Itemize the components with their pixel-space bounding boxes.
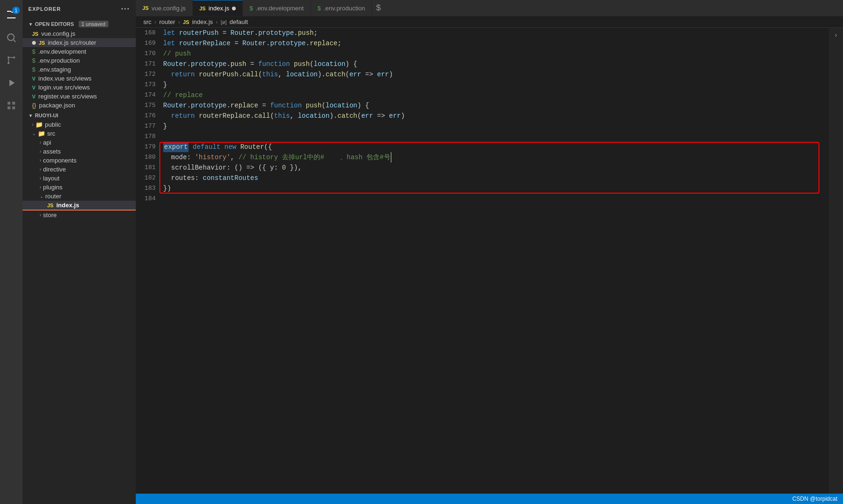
js-icon: JS [32, 31, 38, 37]
breadcrumb-file[interactable]: index.js [192, 18, 213, 25]
code-line-175: Router.prototype.replace = function push… [163, 100, 829, 111]
breadcrumb-src[interactable]: src [143, 18, 151, 25]
code-line-176: return routerReplace.call(this, location… [163, 111, 829, 121]
tree-components[interactable]: › components [23, 156, 136, 165]
tree-chevron: › [40, 185, 41, 190]
ruoyi-label: RUOYI-UI [35, 113, 58, 118]
file-name: index.vue src/views [38, 75, 91, 82]
dollar-icon: $ [32, 57, 35, 64]
tree-layout[interactable]: › layout [23, 174, 136, 183]
right-panel: › [829, 28, 843, 494]
open-editors-label: OPEN EDITORS [35, 21, 74, 27]
folder-name: components [43, 157, 76, 164]
tree-public[interactable]: › 📁 public [23, 120, 136, 129]
tab-index-js[interactable]: JS index.js [193, 0, 243, 16]
code-line-178 [163, 131, 829, 142]
code-line-173: } [163, 80, 829, 90]
breadcrumb-symbol[interactable]: default [230, 18, 248, 25]
tab-label: .env.development [256, 5, 304, 12]
code-line-170: // push [163, 49, 829, 59]
tree-src[interactable]: ⌄ 📁 src [23, 129, 136, 138]
file-index-router[interactable]: JS index.js src/router [23, 38, 136, 47]
file-vue-config[interactable]: JS vue.config.js [23, 29, 136, 38]
folder-name: store [43, 211, 57, 219]
file-index-vue[interactable]: V index.vue src/views [23, 74, 136, 83]
vue-icon: V [32, 76, 35, 81]
tree-assets[interactable]: › assets [23, 147, 136, 156]
tab-label: vue.config.js [151, 5, 185, 12]
tree-chevron: ⌄ [32, 131, 36, 136]
code-content[interactable]: let routerPush = Router.prototype.push; … [159, 28, 829, 494]
activity-bar: 1 [0, 0, 23, 504]
explorer-header: EXPLORER ··· [23, 0, 136, 18]
tab-dollar-icon: $ [317, 5, 321, 12]
file-name: vue.config.js [41, 30, 75, 37]
file-name: .env.development [38, 48, 86, 55]
extensions-activity-icon[interactable] [0, 94, 23, 117]
open-editors-chevron: ▼ [28, 22, 33, 27]
tree-router[interactable]: ⌄ router [23, 192, 136, 201]
tree-directive[interactable]: › directive [23, 165, 136, 174]
file-register-vue[interactable]: V register.vue src/views [23, 92, 136, 101]
run-activity-icon[interactable] [0, 72, 23, 94]
js-icon: JS [39, 40, 45, 46]
activity-badge: 1 [12, 7, 20, 14]
tree-plugins[interactable]: › plugins [23, 183, 136, 192]
breadcrumb-router[interactable]: router [159, 18, 175, 25]
file-env-staging[interactable]: $ .env.staging [23, 65, 136, 74]
explorer-menu[interactable]: ··· [121, 5, 130, 13]
code-line-172: return routerPush.call(this, location).c… [163, 69, 829, 80]
tab-js-icon: JS [142, 5, 149, 11]
vue-icon: V [32, 94, 35, 99]
svg-line-1 [14, 40, 16, 42]
folder-name: public [45, 121, 61, 128]
file-name: .env.production [38, 57, 80, 64]
tree-chevron: › [40, 176, 41, 181]
code-line-184 [163, 194, 829, 204]
folder-icon: 📁 [38, 130, 45, 137]
panel-collapse-arrow[interactable]: › [832, 30, 840, 41]
sidebar: EXPLORER ··· ▼ OPEN EDITORS 1 unsaved JS… [23, 0, 136, 504]
tree-chevron: › [40, 158, 41, 163]
line-numbers: 168 169 170 171 172 173 174 175 176 177 … [136, 28, 159, 494]
open-editors-section[interactable]: ▼ OPEN EDITORS 1 unsaved [23, 18, 136, 29]
search-activity-icon[interactable] [0, 26, 23, 49]
modified-dot [32, 41, 36, 45]
tab-vue-config[interactable]: JS vue.config.js [136, 0, 193, 16]
tab-env-prod[interactable]: $ .env.production [311, 0, 372, 16]
file-login-vue[interactable]: V login.vue src/views [23, 83, 136, 92]
breadcrumb-fn-icon: [ø] [221, 19, 227, 25]
tab-overflow[interactable]: $ [372, 0, 385, 16]
tab-js-icon: JS [199, 6, 206, 11]
code-line-174: // replace [163, 90, 829, 100]
json-icon: {} [32, 102, 36, 109]
svg-point-3 [13, 57, 15, 58]
ruoyi-ui-section[interactable]: ▼ RUOYI-UI [23, 110, 136, 120]
file-router-index[interactable]: JS index.js [23, 201, 136, 211]
svg-point-4 [8, 62, 9, 64]
code-line-183: }) [163, 183, 829, 194]
file-name: register.vue src/views [38, 93, 97, 100]
file-name: package.json [39, 102, 75, 109]
file-env-dev[interactable]: $ .env.development [23, 47, 136, 56]
folder-name: router [45, 193, 61, 200]
source-control-activity-icon[interactable] [0, 49, 23, 72]
tree-api[interactable]: › api [23, 138, 136, 147]
tree-store[interactable]: › store [23, 211, 136, 219]
tab-env-dev[interactable]: $ .env.development [243, 0, 311, 16]
dollar-icon: $ [32, 66, 35, 73]
file-env-prod[interactable]: $ .env.production [23, 56, 136, 65]
files-activity-icon[interactable]: 1 [0, 4, 23, 26]
folder-name: layout [43, 175, 59, 182]
folder-name: plugins [43, 184, 62, 191]
explorer-title: EXPLORER [28, 6, 61, 12]
svg-point-2 [8, 57, 9, 58]
folder-name: directive [43, 166, 66, 173]
folder-icon: 📁 [35, 121, 43, 128]
tab-bar: JS vue.config.js JS index.js $ .env.deve… [136, 0, 843, 16]
code-line-181: scrollBehavior: () => ({ y: 0 }), [163, 163, 829, 173]
file-package-json[interactable]: {} package.json [23, 101, 136, 110]
status-bar: CSDN @torpidcat [136, 494, 843, 504]
code-line-171: Router.prototype.push = function push(lo… [163, 59, 829, 69]
file-name: index.js src/router [48, 39, 96, 46]
